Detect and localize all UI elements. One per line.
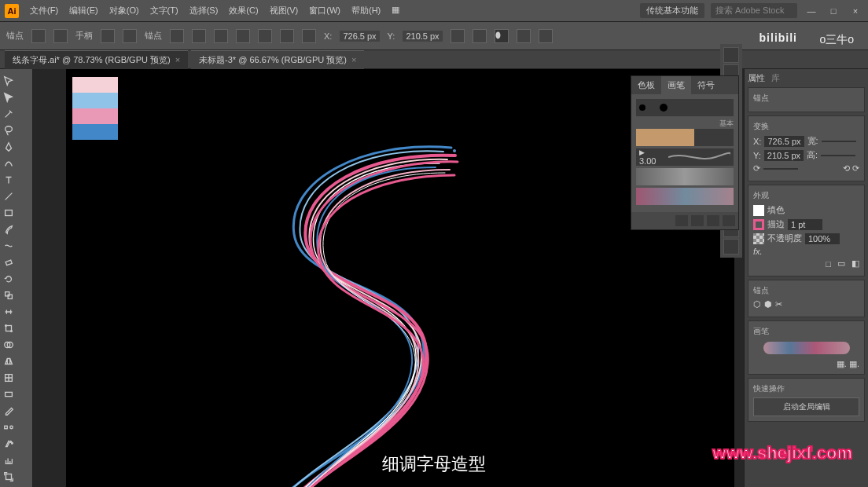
link-button[interactable]: ⬮ [495, 29, 509, 43]
swatch[interactable] [72, 124, 118, 140]
graph-tool[interactable] [0, 452, 17, 468]
reference-point[interactable] [302, 29, 316, 43]
panel-icon[interactable] [723, 239, 739, 254]
stroke-swatch[interactable] [753, 219, 764, 230]
menu-window[interactable]: 窗口(W) [304, 2, 345, 19]
remove-anchor-button[interactable] [170, 29, 184, 43]
fill-swatch[interactable] [753, 205, 764, 216]
isolate-button[interactable]: 启动全局编辑 [753, 397, 859, 416]
tab-swatches[interactable]: 色板 [631, 76, 661, 94]
new-brush-icon[interactable] [691, 215, 704, 226]
stroke-width-field[interactable]: 1 pt [788, 219, 822, 230]
menu-object[interactable]: 对象(O) [105, 2, 144, 19]
brush-tool[interactable] [0, 221, 17, 237]
artboard-tool[interactable] [0, 468, 17, 485]
blend-tool[interactable] [0, 419, 17, 435]
direct-selection-tool[interactable] [0, 89, 17, 105]
y-input[interactable]: 210.5 px [403, 31, 442, 42]
gradient-tool[interactable] [0, 386, 17, 402]
tab-brushes[interactable]: 画笔 [661, 76, 691, 94]
brush-item[interactable] [636, 168, 734, 185]
brush-item[interactable] [636, 188, 734, 205]
swatch[interactable] [72, 77, 118, 93]
delete-icon[interactable] [723, 215, 735, 226]
y-field[interactable]: 210.5 px [764, 150, 804, 161]
tab-properties[interactable]: 属性 [748, 72, 765, 84]
options-icon[interactable] [707, 215, 719, 226]
mesh-tool[interactable] [0, 369, 17, 386]
width-tool[interactable] [0, 303, 17, 320]
handle-button-1[interactable] [101, 29, 115, 43]
menu-arrange-icon[interactable]: ▦ [387, 2, 404, 19]
minimize-button[interactable]: — [804, 6, 819, 16]
menu-effect[interactable]: 效果(C) [224, 2, 263, 19]
type-tool[interactable] [0, 171, 17, 188]
align-h-button[interactable] [236, 29, 250, 43]
fx-icon[interactable]: ▭ [837, 258, 845, 269]
brush-preview[interactable] [763, 342, 850, 354]
brush-item[interactable] [636, 129, 734, 146]
libraries-icon[interactable] [675, 215, 688, 226]
anchor-tool-icon[interactable]: ⬡ [753, 299, 761, 309]
symbol-sprayer-tool[interactable] [0, 435, 17, 452]
rectangle-tool[interactable] [0, 204, 17, 221]
line-tool[interactable] [0, 188, 17, 204]
fx-icon[interactable]: □ [826, 259, 831, 269]
align-v-button[interactable] [258, 29, 272, 43]
lasso-tool[interactable] [0, 122, 17, 138]
convert-smooth-button[interactable] [53, 29, 68, 43]
x-field[interactable]: 726.5 px [764, 136, 804, 147]
w-field[interactable] [822, 141, 856, 142]
shaper-tool[interactable] [0, 237, 17, 254]
misc-button-2[interactable] [473, 29, 487, 43]
brush-lib-icon[interactable]: ▦. [849, 359, 859, 368]
curvature-tool[interactable] [0, 155, 17, 171]
menu-help[interactable]: 帮助(H) [347, 2, 385, 19]
pen-tool[interactable] [0, 138, 17, 155]
swatch[interactable] [72, 108, 118, 124]
misc-button-4[interactable] [539, 29, 553, 43]
tab-active[interactable]: 线条字母.ai* @ 78.73% (RGB/GPU 预览)× [5, 50, 188, 69]
tab-symbols[interactable]: 符号 [691, 76, 721, 94]
menu-edit[interactable]: 编辑(E) [64, 2, 103, 19]
eyedropper-tool[interactable] [0, 402, 17, 419]
maximize-button[interactable]: □ [826, 6, 841, 16]
menu-text[interactable]: 文字(T) [145, 2, 183, 19]
cut-path-button[interactable] [192, 29, 206, 43]
handle-button-2[interactable] [123, 29, 137, 43]
close-icon[interactable]: × [351, 55, 356, 64]
selection-tool[interactable] [0, 72, 17, 89]
workspace-switcher[interactable]: 传统基本功能 [640, 3, 704, 18]
x-input[interactable]: 726.5 px [340, 31, 379, 42]
rotate-field[interactable] [763, 168, 798, 170]
perspective-tool[interactable] [0, 353, 17, 369]
tab-libraries[interactable]: 库 [771, 72, 780, 84]
opacity-swatch[interactable] [753, 233, 764, 244]
misc-button-1[interactable] [451, 29, 465, 43]
brushes-panel[interactable]: 色板 画笔 符号 基本 ▶ 3.00 [631, 75, 739, 230]
magic-wand-tool[interactable] [0, 105, 17, 122]
eraser-tool[interactable] [0, 254, 17, 270]
swatch[interactable] [72, 93, 118, 108]
anchor-tool-icon[interactable]: ✂ [775, 299, 782, 309]
rotate-tool[interactable] [0, 270, 17, 287]
misc-button-3[interactable] [517, 29, 531, 43]
brush-item[interactable]: ▶ 3.00 [636, 148, 734, 166]
shape-builder-tool[interactable] [0, 336, 17, 353]
brush-lib-icon[interactable]: ▦. [837, 359, 847, 368]
fx-icon[interactable]: ◧ [851, 258, 859, 269]
align-c-button[interactable] [280, 29, 294, 43]
menu-view[interactable]: 视图(V) [265, 2, 303, 19]
free-transform-tool[interactable] [0, 320, 17, 336]
menu-select[interactable]: 选择(S) [185, 2, 223, 19]
menu-file[interactable]: 文件(F) [25, 2, 63, 19]
anchor-tool-icon[interactable]: ⬢ [764, 299, 772, 309]
close-icon[interactable]: × [175, 55, 180, 64]
convert-anchor-button[interactable] [31, 29, 46, 43]
panel-icon[interactable] [723, 47, 739, 63]
opacity-field[interactable]: 100% [805, 233, 840, 244]
scale-tool[interactable] [0, 287, 17, 303]
search-input[interactable]: 搜索 Adobe Stock [711, 3, 797, 18]
connect-button[interactable] [214, 29, 228, 43]
h-field[interactable] [821, 155, 855, 156]
